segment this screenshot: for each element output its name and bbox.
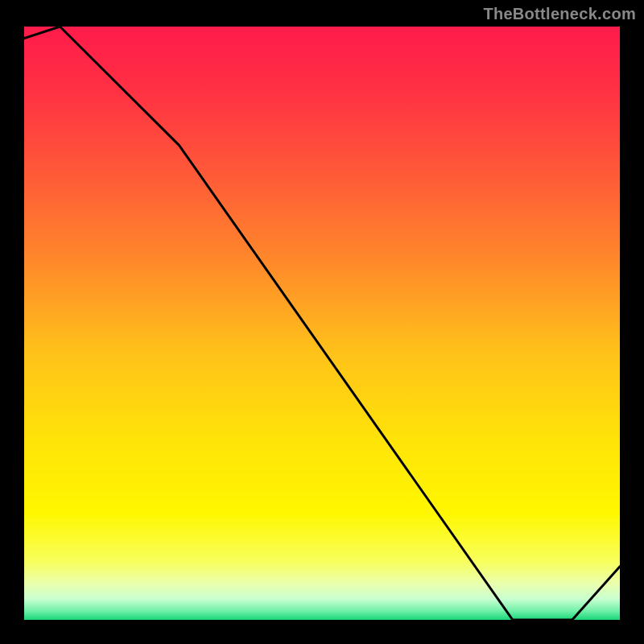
- gradient-background: [24, 27, 620, 620]
- chart-svg: [24, 27, 620, 620]
- plot-area: [24, 27, 620, 620]
- attribution-text: TheBottleneck.com: [483, 5, 636, 23]
- chart-frame: TheBottleneck.com: [0, 0, 644, 644]
